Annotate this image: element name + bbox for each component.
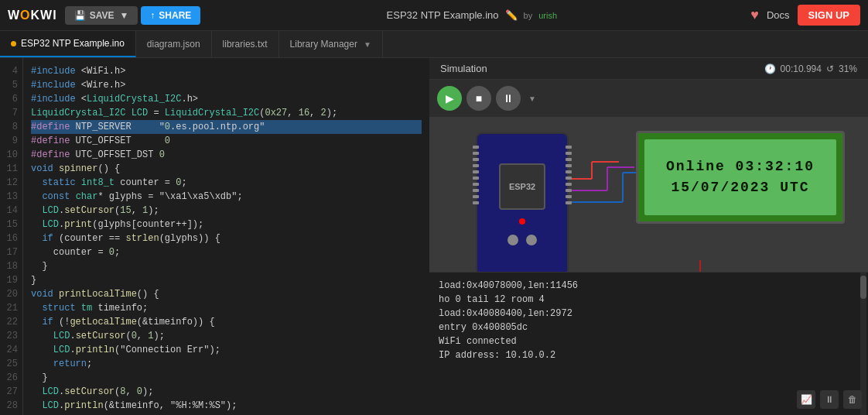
code-line: #define UTC_OFFSET_DST 0 [31, 148, 422, 162]
esp32-bottom [507, 235, 537, 245]
cpu-percent: 31% [839, 63, 857, 74]
line-number: 21 [6, 301, 18, 315]
line-number: 4 [6, 64, 18, 78]
console-line: ho 0 tail 12 room 4 [439, 293, 859, 307]
code-line: #include <LiquidCrystal_I2C.h> [31, 92, 422, 106]
scrollbar-thumb[interactable] [860, 276, 866, 299]
code-line: if (!getLocalTime(&timeinfo)) { [31, 315, 422, 329]
tab-library-manager[interactable]: Library Manager ▼ [279, 31, 383, 57]
share-icon: ↑ [150, 10, 155, 21]
by-text: by [524, 11, 533, 20]
simulation-header: Simulation 🕐 00:10.994 ↺ 31% [429, 58, 868, 80]
clear-console-icon[interactable]: 🗑 [843, 390, 862, 409]
pin [473, 201, 479, 204]
esp32-chip: ESP32 [499, 163, 545, 210]
run-button[interactable]: ▶ [437, 86, 462, 111]
line-number: 6 [6, 92, 18, 106]
edit-icon[interactable]: ✏️ [505, 9, 518, 21]
line-number: 19 [6, 273, 18, 287]
code-line: #include <WiFi.h> [31, 64, 422, 78]
code-line: LCD.println(&timeinfo, "%H:%M:%S"); [31, 399, 422, 413]
code-line: return; [31, 357, 422, 371]
share-button[interactable]: ↑ SHARE [141, 6, 200, 25]
simulation-panel: Simulation 🕐 00:10.994 ↺ 31% ▶ ■ ⏸ ▼ [429, 58, 868, 415]
line-number: 14 [6, 204, 18, 218]
code-line: void spinner() { [31, 162, 422, 176]
code-line: LiquidCrystal_I2C LCD = LiquidCrystal_I2… [31, 106, 422, 120]
line-number: 15 [6, 218, 18, 232]
topbar: WOKWI 💾 SAVE ▼ ↑ SHARE ESP32 NTP Example… [0, 0, 868, 31]
tabbar: ESP32 NTP Example.ino diagram.json libra… [0, 31, 868, 58]
tab-diagram[interactable]: diagram.json [136, 31, 212, 57]
simulation-controls: ▶ ■ ⏸ ▼ [429, 80, 868, 117]
line-number: 27 [6, 385, 18, 399]
pin [566, 164, 572, 167]
tab-libraries[interactable]: libraries.txt [212, 31, 279, 57]
line-number: 13 [6, 190, 18, 204]
led-red [519, 218, 525, 225]
pin [473, 158, 479, 161]
code-content[interactable]: #include <WiFi.h>#include <Wire.h>#inclu… [23, 58, 429, 415]
lcd-screen: Online 03:32:10 15/07/2023 UTC [644, 139, 836, 215]
code-line: LCD.println("Connection Err"); [31, 343, 422, 357]
docs-button[interactable]: Docs [767, 9, 790, 21]
console-line: load:0x40078000,len:11456 [439, 279, 859, 293]
code-line: if (counter == strlen(glyphs)) { [31, 232, 422, 245]
code-line: counter = 0; [31, 245, 422, 259]
stop-button[interactable]: ■ [466, 86, 491, 111]
clock-icon: 🕐 [764, 63, 776, 74]
file-name: ESP32 NTP Example.ino [387, 9, 499, 21]
save-icon: 💾 [74, 10, 86, 21]
code-line: const char* glyphs = "\xa1\xa5\xdb"; [31, 190, 422, 204]
save-button[interactable]: 💾 SAVE ▼ [65, 6, 138, 25]
dropdown-arrow-icon: ▼ [364, 40, 371, 49]
board-button-1[interactable] [507, 235, 518, 245]
main-layout: 4567891011121314151617181920212223242526… [0, 58, 868, 415]
line-number: 8 [6, 120, 18, 134]
save-label: SAVE [90, 10, 114, 21]
lcd-line-2: 15/07/2023 UTC [671, 177, 809, 198]
code-line: #define NTP_SERVER "0.es.pool.ntp.org" [31, 120, 422, 134]
tab-label: ESP32 NTP Example.ino [21, 38, 125, 49]
line-numbers: 4567891011121314151617181920212223242526… [0, 58, 23, 415]
pause-button[interactable]: ⏸ [496, 86, 521, 111]
code-line: struct tm timeinfo; [31, 301, 422, 315]
code-line: } [31, 259, 422, 273]
line-number: 22 [6, 315, 18, 329]
tab-label: libraries.txt [223, 39, 268, 50]
pin [473, 170, 479, 173]
lcd-line-1: Online 03:32:10 [666, 156, 815, 177]
pin [566, 158, 572, 161]
code-line: } [31, 273, 422, 287]
pause-console-icon[interactable]: ⏸ [820, 390, 839, 409]
chart-icon[interactable]: 📈 [797, 390, 815, 409]
simulation-tab-label: Simulation [440, 63, 487, 74]
logo: WOKWI [8, 9, 57, 22]
pin [473, 152, 479, 155]
console-toolbar: 📈 ⏸ 🗑 [797, 390, 862, 409]
line-number: 16 [6, 232, 18, 245]
pin [566, 195, 572, 198]
lcd-display: Online 03:32:10 15/07/2023 UTC [636, 131, 845, 224]
tab-dot [11, 41, 16, 46]
line-number: 18 [6, 259, 18, 273]
code-editor[interactable]: 4567891011121314151617181920212223242526… [0, 58, 429, 415]
file-title-area: ESP32 NTP Example.ino ✏️ by urish [387, 9, 557, 21]
board-button-2[interactable] [526, 235, 537, 245]
pin [566, 152, 572, 155]
signup-button[interactable]: SIGN UP [798, 5, 860, 26]
code-line: LCD.setCursor(0, 1); [31, 329, 422, 343]
pin [566, 177, 572, 180]
line-number: 12 [6, 176, 18, 190]
pin [566, 189, 572, 192]
console-line: entry 0x400805dc [439, 321, 859, 334]
save-dropdown-icon[interactable]: ▼ [119, 10, 128, 21]
line-number: 25 [6, 357, 18, 371]
pin [566, 170, 572, 173]
code-line: #define UTC_OFFSET 0 [31, 134, 422, 148]
line-number: 10 [6, 148, 18, 162]
heart-button[interactable]: ♥ [750, 7, 759, 23]
line-number: 9 [6, 134, 18, 148]
tab-main-file[interactable]: ESP32 NTP Example.ino [0, 31, 136, 57]
author-link[interactable]: urish [538, 11, 557, 20]
